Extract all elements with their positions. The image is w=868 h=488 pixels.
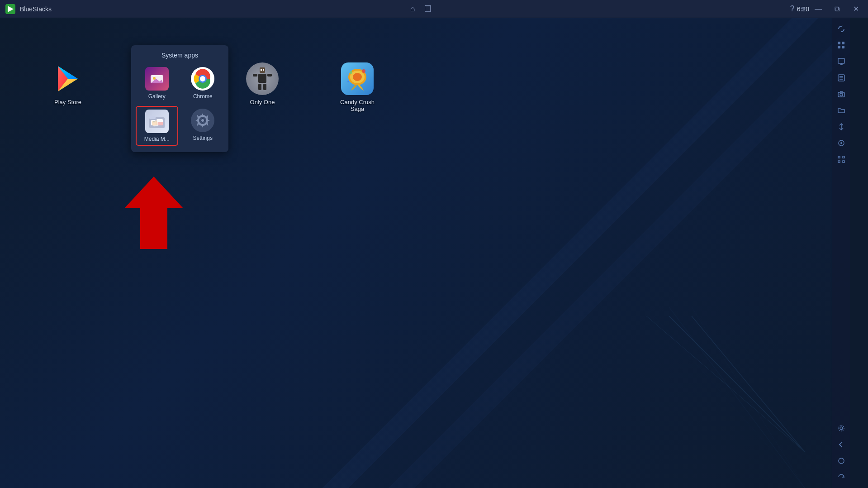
svg-point-60 [840, 142, 842, 144]
sidebar-camera-icon[interactable] [834, 87, 849, 101]
sidebar-volume-icon[interactable] [834, 71, 849, 85]
red-arrow-annotation [124, 177, 183, 249]
settings-app-item[interactable]: Settings [182, 106, 224, 146]
svg-point-41 [353, 73, 362, 81]
svg-point-57 [840, 93, 843, 96]
restore-button[interactable]: ⧉ [831, 3, 844, 15]
sidebar-back-icon[interactable] [834, 437, 849, 452]
titlebar: BlueStacks ⌂ ❐ 6:20 ? ≡ — ⧉ ✕ [0, 0, 868, 18]
svg-line-7 [646, 316, 805, 452]
svg-point-29 [201, 119, 204, 122]
svg-line-5 [669, 316, 805, 452]
gallery-icon [145, 67, 169, 91]
only-one-app-icon[interactable]: Only One [240, 59, 285, 109]
svg-rect-46 [842, 42, 844, 44]
svg-rect-25 [152, 120, 158, 126]
titlebar-nav-icons: ⌂ ❐ [410, 4, 432, 14]
svg-rect-45 [838, 42, 840, 44]
system-apps-popup: System apps Gallery [131, 45, 228, 152]
svg-point-44 [347, 81, 349, 82]
svg-rect-35 [253, 74, 257, 77]
media-manager-label: Media M... [144, 136, 170, 142]
svg-rect-32 [258, 74, 266, 83]
multiwindow-icon[interactable]: ❐ [424, 4, 432, 14]
svg-rect-47 [838, 46, 840, 48]
svg-rect-31 [260, 67, 265, 73]
svg-point-63 [839, 458, 844, 464]
close-button[interactable]: ✕ [850, 3, 863, 15]
decorative-lines [533, 307, 805, 488]
sidebar-rotate-icon[interactable] [834, 22, 849, 36]
candy-crush-label: Candy Crush Saga [338, 99, 376, 112]
svg-line-3 [692, 307, 805, 488]
play-store-label: Play Store [54, 99, 81, 105]
only-one-label: Only One [250, 99, 275, 105]
settings-label: Settings [193, 135, 213, 141]
gallery-label: Gallery [148, 93, 166, 100]
candy-crush-app-icon[interactable]: Candy Crush Saga [335, 59, 380, 116]
svg-line-2 [669, 307, 805, 488]
minimize-button[interactable]: — [812, 3, 825, 15]
svg-rect-38 [263, 69, 264, 71]
sidebar-home-circle-icon[interactable] [834, 454, 849, 468]
svg-rect-49 [838, 58, 844, 63]
svg-line-4 [646, 307, 805, 488]
system-apps-title: System apps [136, 52, 224, 59]
svg-rect-19 [149, 116, 156, 119]
right-sidebar [832, 18, 850, 488]
titlebar-app-name: BlueStacks [20, 5, 52, 13]
titlebar-left: BlueStacks [5, 4, 52, 14]
home-icon[interactable]: ⌂ [410, 4, 415, 14]
media-manager-icon [145, 110, 169, 133]
sidebar-arrows-icon[interactable] [834, 120, 849, 134]
chrome-icon [191, 67, 214, 91]
time-display: 6:20 [797, 0, 809, 18]
svg-point-62 [839, 426, 844, 431]
sidebar-screen-icon[interactable] [834, 54, 849, 69]
svg-rect-37 [261, 69, 262, 71]
chrome-label: Chrome [193, 93, 213, 100]
help-icon[interactable]: ? [790, 4, 794, 14]
sidebar-refresh-icon[interactable] [834, 470, 849, 484]
svg-rect-33 [258, 84, 261, 90]
system-apps-grid: Gallery [136, 64, 224, 146]
chrome-app-item[interactable]: Chrome [182, 64, 224, 102]
sidebar-apps-icon[interactable] [834, 38, 849, 53]
bluestacks-logo [5, 4, 15, 14]
svg-point-17 [200, 76, 205, 81]
svg-point-43 [362, 69, 365, 73]
svg-marker-30 [124, 177, 183, 249]
media-manager-app-item[interactable]: Media M... [136, 106, 178, 146]
sidebar-zoom-icon[interactable] [834, 152, 849, 167]
settings-icon [191, 109, 214, 132]
play-store-app-icon[interactable]: Play Store [45, 59, 90, 109]
candy-crush-icon-image [341, 62, 374, 95]
svg-rect-48 [842, 46, 844, 48]
svg-rect-36 [267, 74, 272, 77]
svg-rect-34 [263, 84, 266, 90]
sidebar-circle-icon[interactable] [834, 136, 849, 150]
svg-point-13 [153, 77, 156, 80]
deco-lines-bottom [601, 316, 805, 452]
gallery-app-item[interactable]: Gallery [136, 64, 178, 102]
play-store-icon-image [52, 62, 84, 95]
main-content-area: Play Store System apps Gallery [0, 18, 850, 488]
sidebar-folder-icon[interactable] [834, 103, 849, 118]
only-one-icon-image [246, 62, 279, 95]
svg-line-6 [692, 316, 805, 452]
sidebar-settings-icon[interactable] [834, 421, 849, 435]
svg-point-61 [840, 427, 843, 430]
svg-point-42 [350, 71, 352, 74]
